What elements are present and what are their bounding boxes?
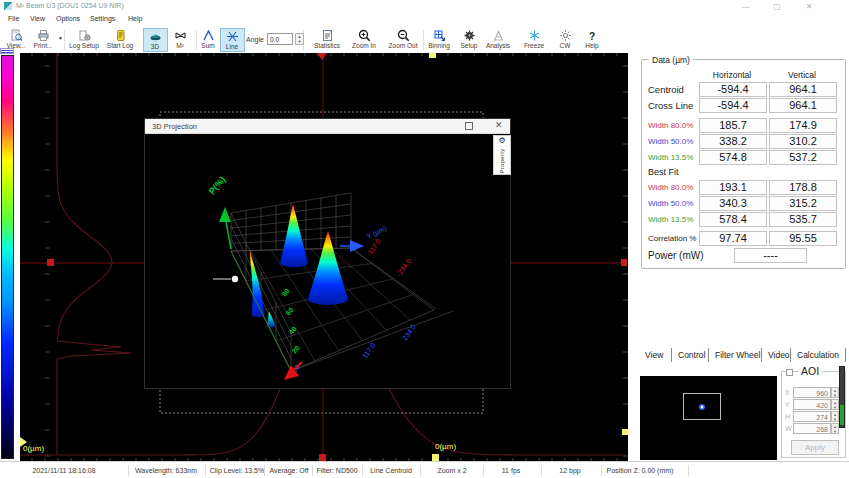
aoi-field-spinner[interactable]: ▲▼ — [831, 411, 839, 422]
property-button[interactable]: ⚙ Property — [493, 135, 511, 175]
angle-label: Angle — [246, 36, 264, 43]
tab-view[interactable]: View — [645, 350, 663, 360]
menu-view[interactable]: View — [30, 15, 45, 22]
data-value-vertical: 535.7 — [769, 212, 837, 227]
aoi-field-input[interactable]: 420 — [793, 399, 831, 410]
statistics-icon — [306, 28, 348, 42]
aoi-preview[interactable] — [640, 376, 777, 460]
angle-spinner[interactable]: ▲▼ — [295, 33, 304, 45]
data-row-label: Cross Line — [648, 100, 693, 111]
tab-separator — [671, 348, 672, 362]
binning-icon — [422, 28, 456, 42]
status-separator — [420, 465, 421, 476]
status-separator — [483, 465, 484, 476]
freeze-icon — [518, 28, 550, 42]
aoi-field-input[interactable]: 960 — [793, 387, 831, 398]
close-button[interactable]: ✕ — [799, 2, 819, 11]
aoi-field-spinner[interactable]: ▲▼ — [831, 387, 839, 398]
aoi-field-label: Y — [785, 401, 790, 408]
status-bar: 2021/11/11 18:16:08Wavelength: 633nmClip… — [0, 461, 849, 478]
toolbar-3d-button[interactable]: 3D — [143, 28, 168, 52]
projection-titlebar[interactable]: 3D Projection ✕ — [145, 119, 510, 134]
tab-strip: ViewControlFilter WheelVideoCalculation — [642, 348, 849, 364]
toolbar-logsetup-button[interactable]: Log Setup — [63, 28, 105, 52]
toolbar-freeze-button[interactable]: Freeze — [518, 28, 550, 52]
data-value-horizontal: 338.2 — [699, 134, 767, 149]
toolbar-line-label: Line — [221, 43, 244, 51]
toolbar-logsetup-label: Log Setup — [63, 42, 105, 50]
data-row-label: Centroid — [648, 84, 684, 95]
beam-spot — [699, 404, 705, 410]
startlog-icon — [100, 28, 140, 42]
minimize-button[interactable]: — — [736, 2, 756, 11]
maximize-button[interactable]: ▢ — [767, 2, 787, 11]
print-dropdown-arrow[interactable]: ▼ — [58, 35, 63, 41]
toolbar-analysis-button[interactable]: Analysis — [480, 28, 516, 52]
toolbar-m2-button[interactable]: M² — [167, 28, 193, 52]
tab-separator — [845, 348, 846, 362]
aoi-field-spinner[interactable]: ▲▼ — [831, 423, 839, 434]
help-icon: ? — [578, 28, 606, 42]
svg-text:234.0: 234.0 — [401, 323, 417, 341]
power-label: Power (mW) — [648, 250, 704, 261]
menu-help[interactable]: Help — [128, 15, 142, 22]
apply-button[interactable]: Apply — [791, 440, 839, 455]
tab-calculation[interactable]: Calculation — [797, 350, 839, 360]
projection-maximize-icon[interactable] — [465, 122, 473, 130]
data-value-horizontal: 193.1 — [699, 180, 767, 195]
toolbar-help-label: Help — [578, 42, 606, 50]
toolbar-startlog-button[interactable]: Start Log — [100, 28, 140, 52]
aoi-field-label: X — [785, 389, 790, 396]
menu-bar: FileViewOptionsSettingsHelp — [0, 11, 849, 27]
status-item: Average: Off — [269, 467, 308, 474]
toolbar-zoomin-button[interactable]: Zoom In — [345, 28, 383, 52]
toolbar-help-button[interactable]: ?Help — [578, 28, 606, 52]
projection-title: 3D Projection — [152, 122, 197, 131]
angle-input[interactable]: 0.0 — [267, 33, 293, 45]
data-groupbox: Data (µm) Horizontal Vertical Centroid-5… — [641, 59, 846, 269]
toolbar-statistics-button[interactable]: Statistics — [306, 28, 348, 52]
tab-video[interactable]: Video — [768, 350, 790, 360]
toolbar-binning-button[interactable]: Binning — [422, 28, 456, 52]
svg-text:60: 60 — [284, 306, 294, 317]
menu-options[interactable]: Options — [56, 15, 80, 22]
toolbar-sum-button[interactable]: Sum — [196, 28, 220, 52]
toolbar-separator — [423, 30, 424, 50]
data-value-vertical: 964.1 — [769, 98, 837, 113]
data-value-horizontal: 185.7 — [699, 118, 767, 133]
projection-close-icon[interactable]: ✕ — [495, 120, 503, 130]
aoi-field-input[interactable]: 268 — [793, 423, 831, 434]
status-item: 11 fps — [502, 467, 521, 474]
toolbar-zoomout-button[interactable]: Zoom Out — [382, 28, 424, 52]
logsetup-icon — [63, 28, 105, 42]
application-window: M² Beam U3 (DOU1 0254 U9 NIR) — ▢ ✕ File… — [0, 0, 849, 478]
aoi-field-spinner[interactable]: ▲▼ — [831, 399, 839, 410]
status-separator — [688, 465, 689, 476]
status-separator — [362, 465, 363, 476]
toolbar-line-button[interactable]: Line — [220, 28, 245, 52]
toolbar-binning-label: Binning — [422, 42, 456, 50]
status-separator — [312, 465, 313, 476]
toolbar-cw-button[interactable]: CW — [552, 28, 578, 52]
aoi-label: AOI — [798, 365, 822, 377]
right-panel: Data (µm) Horizontal Vertical Centroid-5… — [630, 53, 849, 461]
view-icon — [1, 28, 31, 42]
projection-window[interactable]: 3D Projection ✕ P(%)80604020100Y (µm)-11… — [144, 118, 511, 389]
palette-chip[interactable] — [0, 48, 14, 54]
aoi-field-input[interactable]: 274 — [793, 411, 831, 422]
aoi-checkbox[interactable] — [786, 369, 793, 376]
menu-settings[interactable]: Settings — [90, 15, 115, 22]
toolbar-freeze-label: Freeze — [518, 42, 550, 50]
data-row-label: Width 50.0% — [648, 137, 693, 146]
tab-filter-wheel[interactable]: Filter Wheel — [715, 350, 760, 360]
menu-file[interactable]: File — [8, 15, 19, 22]
toolbar-print-button[interactable]: Print... — [28, 28, 58, 52]
data-value-vertical: 174.9 — [769, 118, 837, 133]
tab-separator — [790, 348, 791, 362]
gain-slider[interactable] — [839, 366, 845, 428]
tab-control[interactable]: Control — [678, 350, 705, 360]
status-separator — [128, 465, 129, 476]
projection-3d-plot: P(%)80604020100Y (µm)-117.0-234.0117.023… — [145, 135, 510, 388]
data-value-vertical: 964.1 — [769, 82, 837, 97]
toolbar-zoomout-label: Zoom Out — [382, 42, 424, 50]
